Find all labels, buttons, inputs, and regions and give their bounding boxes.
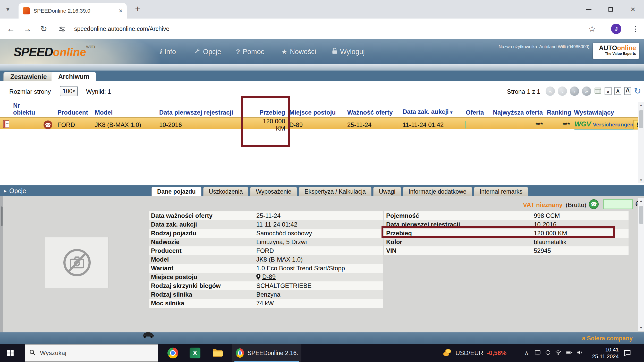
vehicle-details-panel: VAT nieznany (Brutto) ☎ € Data ważności … [0, 196, 644, 332]
excel-taskbar-icon[interactable]: X [190, 348, 200, 358]
export-icon[interactable] [594, 87, 602, 95]
logged-in-user-info: Nazwa użytkownika: Autoland Willi (04985… [499, 44, 589, 49]
reload-button[interactable]: ↻ [37, 19, 50, 39]
search-input[interactable] [40, 349, 154, 357]
cell-offer[interactable] [464, 121, 487, 128]
cell-seller: WGV Versicherungen ! [572, 120, 642, 130]
nav-item-nowosci[interactable]: ★ Nowości [281, 39, 316, 64]
details-scrollbar[interactable]: ▲ ▼ [638, 198, 644, 331]
page-size-select[interactable]: 100 ▾ [60, 86, 78, 96]
col-producent[interactable]: Producent [56, 109, 93, 116]
tab-wyposazenie[interactable]: Wyposażenie [250, 187, 297, 196]
prev-page-button[interactable]: ‹ [558, 87, 567, 96]
active-app-button[interactable]: SPEEDonline 2.16.3... [232, 344, 301, 362]
kv-label: Miejsce postoju [149, 273, 256, 281]
splitter-handle[interactable] [1, 206, 3, 226]
tab-internal-remarks[interactable]: Internal remarks [474, 187, 528, 196]
table-row[interactable]: ☎ FORD JK8 (B-MAX 1.0) 10-2016 120 000 K… [0, 117, 638, 129]
nav-item-opcje[interactable]: Opcje [194, 39, 221, 64]
scroll-up-icon[interactable]: ▲ [640, 199, 643, 203]
bookmark-star-icon[interactable]: ☆ [588, 19, 596, 39]
browser-tab[interactable]: SPEEDonline 2.16.39.0 × [19, 3, 127, 19]
tab-ekspertyza-kalkulacja[interactable]: Ekspertyza / Kalkulacja [299, 187, 371, 196]
col-miejsce-postoju[interactable]: Miejsce postoju [288, 109, 346, 116]
battery-icon[interactable] [565, 349, 573, 357]
wifi-icon[interactable] [555, 349, 562, 357]
tab-informacje-dodatkowe[interactable]: Informacje dodatkowe [403, 187, 472, 196]
col-nr-obiektu[interactable]: Nr obiektu [12, 102, 40, 116]
scroll-down-icon[interactable]: ▼ [640, 326, 643, 330]
tab-dane-pojazdu[interactable]: Dane pojazdu [151, 187, 201, 196]
cell-location: D-89 [288, 121, 346, 128]
table-header-row: Nr obiektu Producent Model Data pierwsze… [0, 102, 638, 117]
offer-input-box[interactable] [465, 121, 466, 128]
onedrive-icon[interactable] [545, 349, 551, 357]
brand-tagline: The Value Experts [596, 51, 636, 56]
col-wystawiajacy[interactable]: Wystawiający [572, 109, 638, 116]
last-page-button[interactable]: » [582, 87, 591, 96]
wgv-logo[interactable]: WGV Versicherungen [574, 120, 633, 130]
site-info-icon[interactable] [58, 25, 66, 34]
cell-producent: FORD [56, 121, 93, 128]
action-center-icon[interactable] [623, 349, 631, 358]
taskbar-clock[interactable]: 10:41 25.11.2024 [591, 346, 619, 360]
font-size-medium-button[interactable]: A [614, 87, 621, 95]
scroll-up-icon[interactable]: ▲ [640, 103, 643, 107]
new-tab-button[interactable]: + [135, 4, 140, 14]
scrollbar-thumb[interactable] [639, 206, 643, 224]
scrollbar-thumb[interactable] [639, 110, 643, 128]
col-waznosc-oferty[interactable]: Ważność oferty [346, 109, 401, 116]
chrome-taskbar-icon[interactable] [167, 348, 178, 358]
kv-label: Rodzaj skrzynki biegów [149, 282, 256, 289]
close-window-button[interactable]: × [622, 0, 644, 19]
taskbar-search[interactable] [25, 344, 158, 362]
next-page-button[interactable]: › [570, 87, 579, 96]
location-link[interactable]: D-89 [256, 273, 276, 280]
panel-splitter[interactable] [0, 196, 3, 332]
file-explorer-icon[interactable] [212, 348, 223, 358]
help-icon: ? [236, 48, 240, 56]
vehicle-photo-placeholder [45, 237, 109, 288]
kv-value: 1.0 Eco Boost Trend Start/Stopp [256, 265, 383, 272]
pen-input-icon[interactable] [534, 349, 541, 357]
refresh-icon[interactable]: ↻ [634, 86, 641, 96]
col-data-zak-aukcji[interactable]: Data zak. aukcji▾ [401, 108, 464, 116]
back-button[interactable]: ← [4, 19, 18, 39]
nav-item-info[interactable]: i Info [159, 39, 176, 64]
col-model[interactable]: Model [93, 109, 158, 116]
tab-uwagi[interactable]: Uwagi [373, 187, 401, 196]
tray-expand-icon[interactable]: ∧ [524, 344, 529, 362]
volume-icon[interactable] [577, 349, 583, 357]
profile-avatar[interactable]: J [611, 24, 621, 34]
scroll-down-icon[interactable]: ▼ [640, 178, 643, 182]
phone-badge[interactable]: ☎ [40, 120, 56, 129]
font-size-small-button[interactable]: A [605, 87, 612, 95]
lock-icon [332, 48, 337, 56]
nav-item-pomoc[interactable]: ? Pomoc [236, 39, 264, 64]
first-page-button[interactable]: « [546, 87, 555, 96]
table-scrollbar[interactable]: ▲ ▼ [638, 102, 644, 183]
kv-row: ProducentFORD [149, 246, 383, 255]
tab-search-icon[interactable]: ▾ [6, 5, 10, 13]
maximize-button[interactable] [600, 0, 622, 19]
col-oferta[interactable]: Oferta [464, 109, 487, 116]
font-size-large-button[interactable]: A [624, 87, 631, 95]
opcje-toggle[interactable]: ▸ Opcje [4, 185, 26, 196]
tab-uszkodzenia[interactable]: Uszkodzenia [203, 187, 249, 196]
browser-menu-icon[interactable]: ⋮ [632, 19, 639, 39]
phone-contact-icon[interactable]: ☎ [589, 199, 599, 209]
col-najwyzsza-oferta[interactable]: Najwyższa oferta [487, 109, 545, 116]
kv-row: Rodzaj pojazduSamochód osobowy [149, 229, 383, 238]
url-field[interactable]: speedonline.autoonline.com/Archive [74, 19, 170, 39]
tab-close-icon[interactable]: × [119, 7, 123, 15]
tab-zestawienie[interactable]: Zestawienie [3, 72, 54, 81]
nav-item-wyloguj[interactable]: Wyloguj [332, 39, 365, 64]
forward-button[interactable]: → [21, 19, 34, 39]
minimize-button[interactable] [578, 0, 600, 19]
col-ranking[interactable]: Ranking [545, 109, 572, 116]
start-button[interactable] [7, 349, 14, 358]
currency-widget[interactable]: USD/EUR -0,56% [443, 344, 506, 362]
tab-archiwum[interactable]: Archiwum [52, 72, 96, 81]
kv-row: Wariant1.0 Eco Boost Trend Start/Stopp [149, 264, 383, 273]
offer-amount-input[interactable] [603, 199, 633, 209]
